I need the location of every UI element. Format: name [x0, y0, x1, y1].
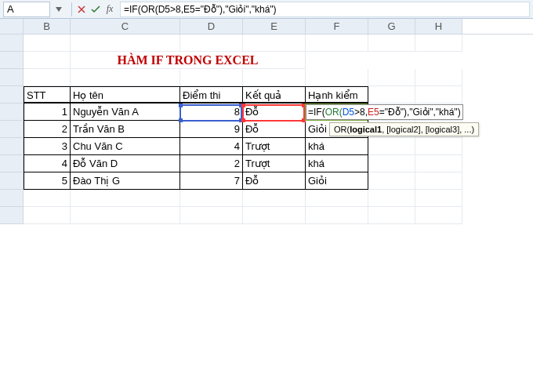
cell-hoten[interactable]: Chu Văn C — [71, 138, 180, 155]
col-header-B[interactable]: B — [24, 19, 71, 34]
cell[interactable] — [368, 86, 415, 103]
cell[interactable] — [24, 207, 71, 224]
title-cell[interactable]: HÀM IF TRONG EXCEL — [71, 52, 306, 69]
cell-ketqua[interactable]: Đỗ — [243, 103, 306, 121]
select-all-corner[interactable] — [0, 19, 24, 34]
cell[interactable] — [368, 34, 415, 52]
name-box-dropdown-icon[interactable] — [53, 4, 64, 15]
row-header[interactable] — [0, 86, 24, 103]
row-header[interactable] — [0, 172, 24, 190]
cell-diemthi[interactable]: 4 — [180, 138, 243, 155]
cell-stt[interactable]: 1 — [24, 103, 71, 121]
cell-stt[interactable]: 3 — [24, 138, 71, 155]
row-header[interactable] — [0, 190, 24, 207]
cell-diemthi[interactable]: 7 — [180, 172, 243, 190]
cell[interactable] — [306, 69, 368, 86]
enter-icon[interactable] — [89, 2, 103, 16]
cell[interactable] — [368, 190, 415, 207]
cell-hanhkiem[interactable]: khá — [306, 138, 368, 155]
header-diemthi[interactable]: Điểm thi — [180, 86, 243, 103]
formula-ref-e5: E5 — [368, 107, 379, 118]
header-ketqua[interactable]: Kết quả — [243, 86, 306, 103]
formula-token: ="Đỗ"),"Giỏi","khá") — [379, 107, 461, 118]
cell[interactable] — [368, 155, 415, 172]
cell-hanhkiem[interactable]: khá — [306, 155, 368, 172]
row-header[interactable] — [0, 207, 24, 224]
cell[interactable] — [368, 138, 415, 155]
formula-token: =IF( — [308, 107, 325, 118]
cell[interactable] — [243, 69, 306, 86]
cell[interactable] — [71, 34, 180, 52]
table-row: 4 Đỗ Văn D 2 Trượt khá — [0, 155, 533, 172]
cell[interactable] — [415, 207, 462, 224]
cell[interactable] — [24, 190, 71, 207]
cell-ketqua[interactable]: Trượt — [243, 138, 306, 155]
cell-stt[interactable]: 2 — [24, 121, 71, 138]
cell-hoten[interactable]: Đỗ Văn D — [71, 155, 180, 172]
cell[interactable] — [71, 207, 180, 224]
tooltip-arg: logical1 — [350, 125, 382, 134]
cell[interactable] — [24, 34, 71, 52]
cell-stt[interactable]: 5 — [24, 172, 71, 190]
cell[interactable] — [71, 190, 180, 207]
cell[interactable] — [306, 34, 368, 52]
cell[interactable] — [415, 155, 462, 172]
row-header[interactable] — [0, 155, 24, 172]
col-header-G[interactable]: G — [368, 19, 415, 34]
cell[interactable] — [243, 207, 306, 224]
cell[interactable] — [180, 69, 243, 86]
cell[interactable] — [415, 138, 462, 155]
cell-hoten[interactable]: Nguyễn Văn A — [71, 103, 180, 121]
cell[interactable] — [180, 34, 243, 52]
formula-input[interactable]: =IF(OR(D5>8,E5="Đỗ"),"Giỏi","khá") — [120, 2, 530, 17]
fx-icon[interactable]: fx — [103, 2, 117, 16]
cell-diemthi[interactable]: 2 — [180, 155, 243, 172]
col-header-H[interactable]: H — [415, 19, 462, 34]
cell[interactable] — [243, 190, 306, 207]
cell-ketqua[interactable]: Đỗ — [243, 121, 306, 138]
cell[interactable] — [71, 69, 180, 86]
cell[interactable] — [306, 190, 368, 207]
col-header-C[interactable]: C — [71, 19, 180, 34]
cell-hoten[interactable]: Đào Thị G — [71, 172, 180, 190]
cell[interactable] — [415, 190, 462, 207]
header-hoten[interactable]: Họ tên — [71, 86, 180, 103]
cell[interactable] — [180, 190, 243, 207]
cell-diemthi[interactable]: 8 — [180, 103, 243, 121]
cell[interactable] — [368, 172, 415, 190]
row-header[interactable] — [0, 52, 24, 69]
row-header[interactable] — [0, 34, 24, 52]
cell-diemthi[interactable]: 9 — [180, 121, 243, 138]
cell[interactable] — [368, 69, 415, 86]
header-hanhkiem[interactable]: Hạnh kiểm — [306, 86, 368, 103]
cell[interactable] — [415, 86, 462, 103]
col-header-F[interactable]: F — [306, 19, 368, 34]
cancel-icon[interactable] — [74, 2, 89, 16]
row-header[interactable] — [0, 69, 24, 86]
col-header-E[interactable]: E — [243, 19, 306, 34]
cell-stt[interactable]: 4 — [24, 155, 71, 172]
cell-editor[interactable]: =IF(OR(D5>8,E5="Đỗ"),"Giỏi","khá") — [306, 104, 463, 120]
cell-hoten[interactable]: Trần Văn B — [71, 121, 180, 138]
cell[interactable] — [415, 172, 462, 190]
cell-ketqua[interactable]: Đỗ — [243, 172, 306, 190]
header-stt[interactable]: STT — [24, 86, 71, 103]
spreadsheet-grid[interactable]: B C D E F G H HÀM IF TRONG EXCEL — [0, 19, 533, 224]
cell[interactable] — [243, 34, 306, 52]
row-header[interactable] — [0, 138, 24, 155]
cell[interactable] — [368, 207, 415, 224]
cell-hanhkiem[interactable]: Giỏi — [306, 172, 368, 190]
formula-token: OR( — [325, 107, 343, 118]
cell[interactable] — [415, 34, 462, 52]
column-headers: B C D E F G H — [0, 19, 533, 34]
name-box[interactable]: A — [3, 2, 50, 17]
cell[interactable] — [180, 207, 243, 224]
cell-ketqua[interactable]: Trượt — [243, 155, 306, 172]
cell[interactable] — [415, 69, 462, 86]
cell[interactable] — [306, 207, 368, 224]
cell[interactable] — [24, 52, 71, 69]
row-header[interactable] — [0, 121, 24, 138]
row-header[interactable] — [0, 103, 24, 121]
col-header-D[interactable]: D — [180, 19, 243, 34]
cell[interactable] — [24, 69, 71, 86]
